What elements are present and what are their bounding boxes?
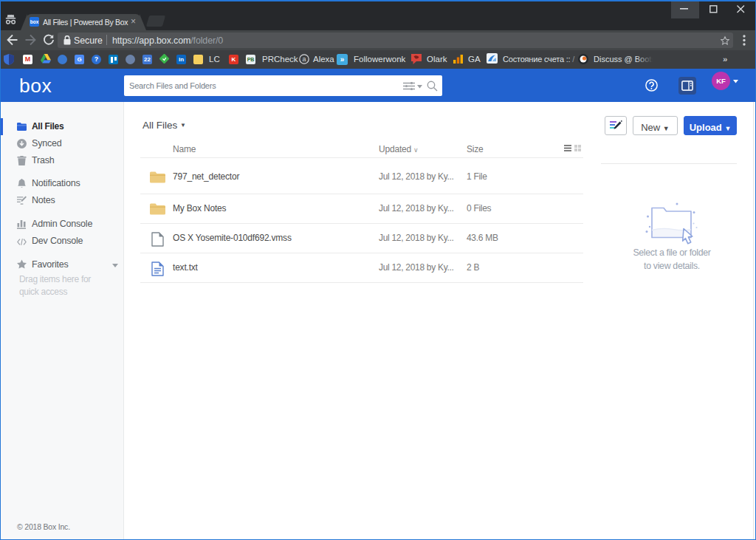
- svg-text:a: a: [302, 55, 306, 63]
